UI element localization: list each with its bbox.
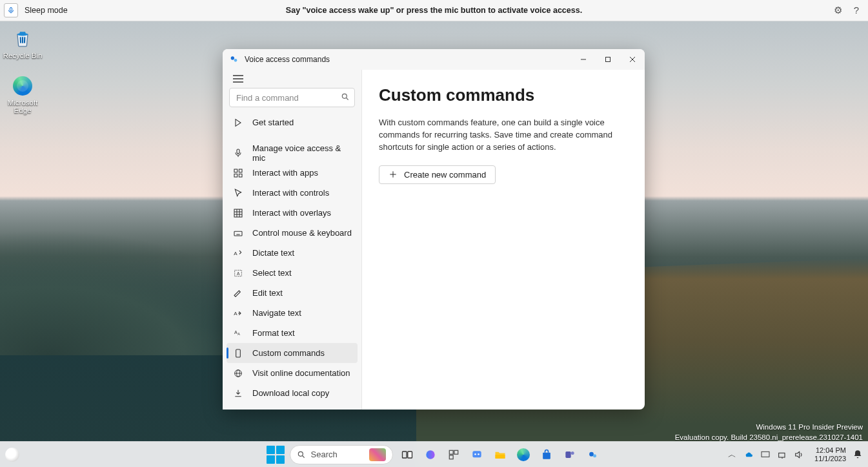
svg-point-11 [342,94,347,98]
menu-icon [233,75,243,83]
svg-point-1 [17,33,28,36]
svg-rect-42 [402,451,407,458]
settings-icon[interactable]: ⚙ [834,5,842,16]
nav-label: Get started [252,118,294,127]
edit-icon [233,288,243,298]
language-icon[interactable] [760,450,771,460]
plus-icon [389,170,398,179]
voice-access-taskbar-button[interactable] [584,446,602,464]
svg-point-3 [234,59,237,62]
taskbar-search[interactable]: Search [290,445,393,464]
copilot-button[interactable] [421,446,439,464]
system-tray: ︿ 12:04 PM 11/1/2023 [727,446,863,462]
network-icon[interactable] [777,450,787,460]
svg-rect-43 [407,451,412,458]
nav-interact-controls[interactable]: Interact with controls [227,183,358,203]
maximize-button[interactable] [596,49,620,70]
chat-button[interactable] [468,446,486,464]
app-icon [229,54,239,65]
nav-label: Navigate text [252,308,301,318]
nav-label: Control mouse & keyboard [252,228,352,238]
svg-rect-46 [454,450,458,454]
svg-rect-17 [239,174,242,177]
overlay-grid-icon [233,208,243,218]
svg-rect-34 [236,349,241,357]
nav-label: Download local copy [252,388,329,398]
nav-dictate-text[interactable]: A Dictate text [227,243,358,263]
svg-point-50 [478,453,479,455]
onedrive-icon[interactable] [743,450,754,460]
edge-icon [11,74,34,98]
svg-rect-58 [779,453,785,457]
widgets-button[interactable] [445,446,463,464]
voice-access-commands-window: Voice access commands Get started [223,49,645,410]
svg-line-41 [302,455,304,457]
weather-widget[interactable] [5,448,19,462]
window-title: Voice access commands [245,55,330,64]
search-box[interactable] [229,88,355,107]
svg-point-54 [570,451,574,455]
taskbar: Search ︿ 12:04 PM 11/1/2023 [0,441,868,467]
titlebar[interactable]: Voice access commands [223,49,645,70]
nav-format-text[interactable]: AA Format text [227,323,358,343]
nav-interact-overlays[interactable]: Interact with overlays [227,203,358,223]
store-button[interactable] [538,446,556,464]
svg-point-40 [298,451,303,456]
nav-label: Interact with controls [252,188,329,198]
nav-download-copy[interactable]: Download local copy [227,383,358,403]
search-icon [341,92,350,101]
volume-icon[interactable] [794,450,804,460]
nav-label: Interact with apps [252,168,318,178]
tray-overflow-icon[interactable]: ︿ [727,450,737,460]
teams-button[interactable] [561,446,579,464]
content-pane: Custom commands With custom commands fea… [362,70,645,410]
hamburger-button[interactable] [229,75,247,83]
clock-time: 12:04 PM [814,446,846,455]
voice-hint-text: Say "voice access wake up" or press the … [286,6,582,15]
taskbar-clock[interactable]: 12:04 PM 11/1/2023 [814,446,846,462]
start-button[interactable] [267,446,285,464]
nav-label: Custom commands [252,348,325,358]
task-view-button[interactable] [398,446,416,464]
search-input[interactable] [229,88,355,107]
svg-point-2 [231,56,234,59]
nav-select-text[interactable]: A Select text [227,263,358,283]
create-new-command-button[interactable]: Create new command [379,165,496,184]
nav-edit-text[interactable]: Edit text [227,283,358,303]
nav-navigate-text[interactable]: A Navigate text [227,303,358,323]
microsoft-edge-icon[interactable]: Microsoft Edge [0,74,45,114]
edge-taskbar-button[interactable] [514,446,532,464]
trash-icon [11,27,34,50]
svg-rect-48 [472,451,481,457]
nav-manage-mic[interactable]: Manage voice access & mic [227,143,358,163]
svg-rect-23 [234,231,242,236]
recycle-bin-icon[interactable]: Recycle Bin [0,27,45,59]
globe-icon [233,368,243,379]
svg-rect-47 [449,455,453,459]
svg-rect-5 [606,57,611,62]
close-button[interactable] [620,49,645,70]
svg-text:A: A [234,250,237,256]
notifications-icon[interactable] [853,450,863,460]
mic-icon [7,6,15,14]
svg-rect-15 [239,169,242,172]
svg-text:A: A [234,310,237,316]
nav-custom-commands[interactable]: Custom commands [227,343,358,363]
file-explorer-button[interactable] [491,446,509,464]
svg-text:A: A [234,329,237,335]
nav-label: Visit online documentation [252,368,350,378]
minimize-button[interactable] [571,49,596,70]
svg-rect-16 [234,174,237,177]
edge-label: Microsoft Edge [0,99,45,114]
nav-visit-docs[interactable]: Visit online documentation [227,363,358,383]
nav-interact-apps[interactable]: Interact with apps [227,163,358,183]
cursor-icon [233,188,243,198]
help-icon[interactable]: ? [854,5,859,16]
nav-mouse-keyboard[interactable]: Control mouse & keyboard [227,223,358,243]
nav-label: Dictate text [252,248,294,258]
nav-get-started[interactable]: Get started [227,112,358,132]
select-text-icon: A [233,268,243,278]
mic-button[interactable] [4,3,18,17]
navigate-icon: A [233,308,243,318]
desktop-watermark: Windows 11 Pro Insider Preview Evaluatio… [675,422,863,442]
